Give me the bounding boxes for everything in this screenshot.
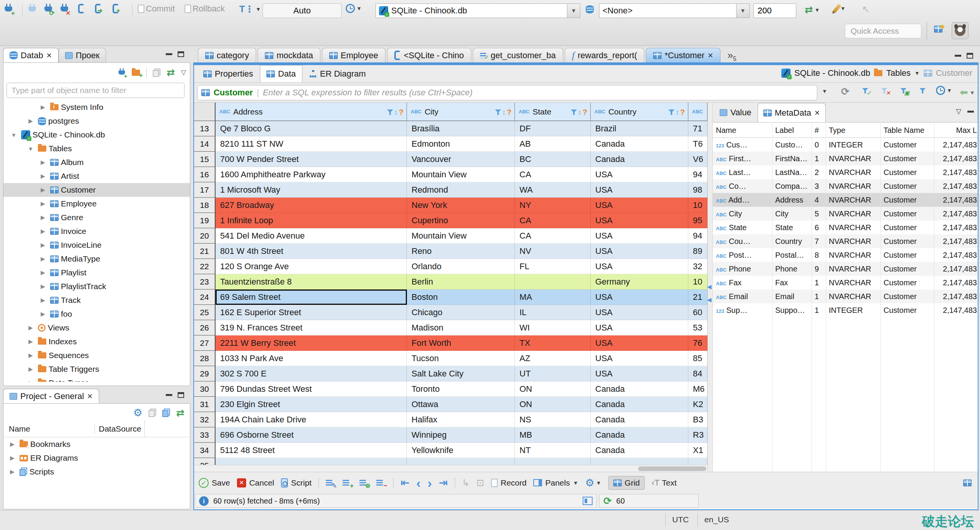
first-row-button[interactable]: ⇤ xyxy=(400,479,409,487)
metadata-row[interactable]: ABC State State 6 NVARCHAR Customer 2,14… xyxy=(713,221,978,234)
table-row[interactable]: 21 801 W 4th Street Reno NV USA 89 xyxy=(194,244,707,259)
cell-country[interactable]: USA xyxy=(591,198,688,213)
cell-address[interactable]: 162 E Superior Street xyxy=(216,305,407,320)
breadcrumb-db[interactable]: SQLite - Chinook.db xyxy=(794,68,870,78)
filter-history-dropdown[interactable]: ▼ xyxy=(822,88,827,94)
meta-col-label[interactable]: Label xyxy=(772,126,812,135)
cell-postalcode[interactable]: 94 xyxy=(688,167,707,182)
tab-metadata[interactable]: MetaData ✕ xyxy=(758,103,826,122)
cell-postalcode[interactable]: M6 xyxy=(688,381,707,397)
grid-column-header[interactable]: ABC State ↕ ? xyxy=(515,103,591,121)
meta-col-name[interactable]: Name xyxy=(713,126,772,135)
cell-address[interactable]: Tauentzienstraße 8 xyxy=(216,274,407,290)
fetch-size-box[interactable]: ⟳ 60 xyxy=(599,494,699,508)
column-header-datasource[interactable]: DataSource xyxy=(95,424,144,433)
cell-state[interactable]: DF xyxy=(515,121,591,136)
cell-city[interactable] xyxy=(407,458,515,465)
new-connection-button[interactable]: + xyxy=(5,4,12,15)
row-number[interactable]: 16 xyxy=(194,167,216,182)
project-tree-item[interactable]: ▶ Bookmarks xyxy=(3,437,190,451)
cell-postalcode[interactable]: 21 xyxy=(688,290,707,305)
editor-tab[interactable]: mockdata xyxy=(258,48,320,62)
cell-country[interactable]: USA xyxy=(591,366,688,381)
add-row-button[interactable]: + xyxy=(343,479,353,487)
cell-city[interactable]: Tucson xyxy=(407,351,515,366)
last-row-button[interactable]: ⇥ xyxy=(439,479,448,487)
meta-col-max[interactable]: Max L xyxy=(934,126,978,135)
metadata-row[interactable]: ABC Phone Phone 9 NVARCHAR Customer 2,14… xyxy=(713,262,978,276)
transaction-log-button[interactable]: ▼ xyxy=(346,4,362,13)
grid-vertical-scrollbar[interactable]: ◀ ◀ xyxy=(707,103,713,472)
cell-postalcode[interactable]: K2 xyxy=(688,397,707,412)
cell-country[interactable]: USA xyxy=(591,228,688,244)
remove-filter-button[interactable]: ✕ xyxy=(881,88,887,94)
expand-arrow-icon[interactable]: ▶ xyxy=(26,380,36,382)
row-number[interactable]: 15 xyxy=(194,152,216,167)
sort-icon[interactable]: ↕ xyxy=(502,108,506,116)
cell-city[interactable]: Toronto xyxy=(407,381,515,397)
cell-postalcode[interactable]: 84 xyxy=(688,366,707,381)
cell-country[interactable]: Canada xyxy=(591,397,688,412)
table-row[interactable]: 16 1600 Amphitheatre Parkway Mountain Vi… xyxy=(194,167,707,182)
cell-state[interactable]: NY xyxy=(515,198,591,213)
expand-arrow-icon[interactable]: ▼ xyxy=(9,132,19,138)
cell-city[interactable]: Salt Lake City xyxy=(407,366,515,381)
subtab[interactable]: Properties xyxy=(197,65,259,82)
collapse-all-icon[interactable] xyxy=(153,69,160,77)
grid-column-header[interactable]: ABC City ↕ ? xyxy=(407,103,515,121)
editor-tab[interactable]: f rewards_report( xyxy=(565,48,645,62)
cell-postalcode[interactable]: 60 xyxy=(688,305,707,320)
cell-postalcode[interactable] xyxy=(688,458,707,465)
cell-country[interactable]: USA xyxy=(591,320,688,335)
metadata-row[interactable]: ABC Co… Compa… 3 NVARCHAR Customer 2,147… xyxy=(713,179,978,193)
row-number[interactable]: 34 xyxy=(194,443,216,458)
row-number[interactable]: 27 xyxy=(194,335,216,351)
cell-city[interactable]: Mountain View xyxy=(407,167,515,182)
combo-dropdown-button[interactable]: ▼ xyxy=(736,4,749,18)
duplicate-row-button[interactable]: ⊕ xyxy=(359,479,369,487)
schema-select-combo[interactable]: <None> ▼ xyxy=(599,3,750,18)
auto-commit-button[interactable]: Auto xyxy=(263,3,341,18)
filter-help-icon[interactable]: ? xyxy=(399,108,403,117)
grid-column-header[interactable]: ABC xyxy=(688,103,707,121)
table-row[interactable]: 18 627 Broadway New York NY USA 10 xyxy=(194,198,707,213)
cell-state[interactable]: IL xyxy=(515,305,591,320)
cell-state[interactable]: ON xyxy=(515,381,591,397)
column-header-name[interactable]: Name xyxy=(3,424,95,433)
perspective-db-button[interactable]: ◆ xyxy=(934,25,942,33)
table-row[interactable]: 31 230 Elgin Street Ottawa ON Canada K2 xyxy=(194,397,707,412)
cell-city[interactable]: Redmond xyxy=(407,182,515,198)
cell-country[interactable]: Brazil xyxy=(591,121,688,136)
save-filter-button[interactable]: ▣ xyxy=(900,88,906,94)
breadcrumb-table[interactable]: Customer xyxy=(936,68,972,78)
meta-col-table[interactable]: Table Name xyxy=(880,126,934,135)
cell-state[interactable]: MB xyxy=(515,427,591,443)
cell-state[interactable]: ON xyxy=(515,397,591,412)
grid-column-header[interactable]: ABC Country ↕ ? xyxy=(591,103,688,121)
table-row[interactable]: 34 5112 48 Street Yellowknife NT Canada … xyxy=(194,443,707,458)
filter-funnel-icon[interactable] xyxy=(668,110,675,116)
next-row-button[interactable]: › xyxy=(428,479,432,487)
table-row[interactable]: 29 302 S 700 E Salt Lake City UT USA 84 xyxy=(194,366,707,381)
expand-arrow-icon[interactable]: ▶ xyxy=(38,186,48,193)
cell-address[interactable]: 796 Dundas Street West xyxy=(216,381,407,397)
tab-projects[interactable]: Проек xyxy=(59,48,106,62)
row-number[interactable]: 25 xyxy=(194,305,216,320)
sql-editor-button[interactable] xyxy=(78,4,85,13)
edit-row-button[interactable]: ✎ xyxy=(326,479,336,487)
expand-arrow-icon[interactable]: ▶ xyxy=(38,200,48,207)
cell-city[interactable]: Halifax xyxy=(407,412,515,427)
row-number[interactable]: 24 xyxy=(194,290,216,305)
close-icon[interactable]: ✕ xyxy=(814,109,820,117)
minimize-icon[interactable] xyxy=(166,394,172,396)
cell-city[interactable]: Vancouver xyxy=(407,152,515,167)
editor-tab[interactable]: get_customer_ba xyxy=(473,48,563,62)
cell-city[interactable]: Brasília xyxy=(407,121,515,136)
filter-help-icon[interactable]: ? xyxy=(583,108,587,117)
cell-address[interactable]: 1 Infinite Loop xyxy=(216,213,407,228)
cell-state[interactable]: AB xyxy=(515,136,591,152)
metadata-row[interactable]: ABC Fax Fax 1 NVARCHAR Customer 2,147,48… xyxy=(713,276,978,290)
metadata-row[interactable]: ABC Add… Address 4 NVARCHAR Customer 2,1… xyxy=(713,193,978,207)
nav-tree-item[interactable]: ▶ Employee xyxy=(3,197,190,211)
cell-address[interactable] xyxy=(216,458,407,465)
